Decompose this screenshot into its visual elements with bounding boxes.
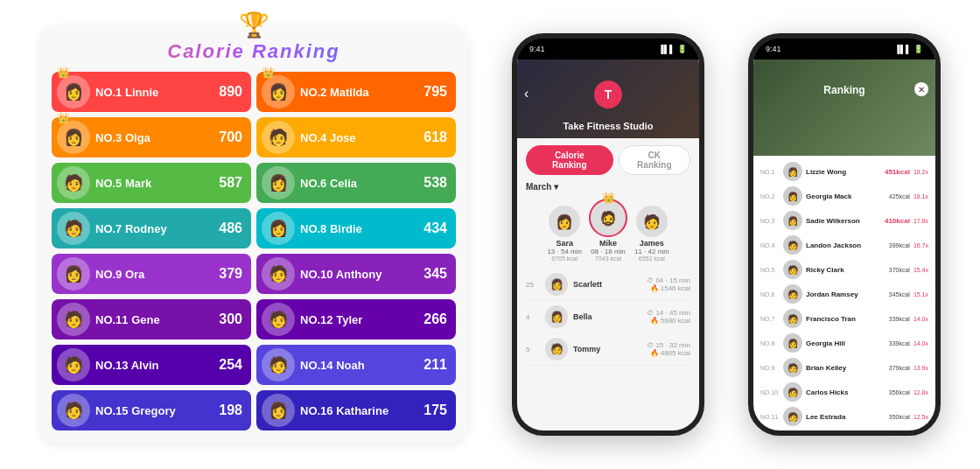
right-rank-num: NO.2: [760, 193, 780, 200]
podium-kcal: 6552 kcal: [639, 256, 665, 262]
rank-row: 👩NO.8 Birdie434: [256, 208, 456, 248]
podium-avatar: 👩: [549, 206, 580, 237]
rank-label: NO.6 Celia: [300, 177, 424, 190]
list-name: Scarlett: [573, 280, 647, 289]
rank-row-wrap-8: 👩NO.9 Ora379: [52, 254, 251, 294]
rank-row-wrap-9: 🧑NO.10 Anthony345: [256, 254, 456, 294]
rank-label: NO.7 Rodney: [95, 222, 219, 235]
rank-score: 379: [219, 266, 251, 282]
rank-label: NO.9 Ora: [95, 268, 219, 281]
list-name: Tommy: [573, 345, 647, 354]
rank-score: 538: [424, 175, 456, 191]
rank-row: 👩NO.3 Olga700: [52, 117, 251, 158]
right-name: Carlos Hicks: [806, 388, 886, 396]
ranking-label: Ranking: [753, 84, 935, 96]
right-name: Francisco Tran: [806, 315, 886, 323]
right-avatar: 👩: [783, 333, 802, 353]
rank-avatar: 👩: [262, 166, 295, 200]
right-name: Ricky Clark: [806, 266, 886, 274]
rank-avatar: 👩: [57, 121, 90, 154]
rank-row-wrap-6: 🧑NO.7 Rodney486: [52, 208, 251, 248]
back-icon[interactable]: ‹: [524, 86, 528, 102]
right-list-item: NO.12👩Lily Bell348kcal11.4x: [760, 429, 928, 436]
rank-avatar: 👩: [262, 394, 295, 427]
podium-person: 👩Sara13 · 54 min6705 kcal: [547, 206, 582, 262]
right-list-item: NO.7🧑Francisco Tran339kcal14.0x: [760, 306, 928, 331]
list-avatar: 👩: [545, 273, 568, 296]
right-rank-num: NO.11: [760, 414, 780, 420]
rank-label: NO.4 Jose: [300, 131, 424, 144]
right-multiplier: 14.0x: [914, 316, 928, 322]
rank-score: 211: [424, 357, 456, 373]
right-avatar: 🧑: [783, 382, 802, 402]
rank-label: NO.14 Noah: [300, 359, 424, 372]
right-multiplier: 15.4x: [914, 267, 928, 273]
right-kcal: 410kcal: [885, 217, 910, 225]
podium-name: Sara: [556, 239, 573, 248]
tab-ck-ranking[interactable]: CK Ranking: [619, 145, 690, 175]
list-item: 4👩Bella⏱ 14 · 45 min🔥 5980 kcal: [526, 301, 690, 333]
rank-avatar: 🧑: [262, 121, 295, 154]
right-list-item: NO.11🧑Lee Estrada350kcal12.5x: [760, 404, 928, 429]
rank-label: NO.8 Birdie: [300, 222, 424, 235]
right-rank-num: NO.4: [760, 242, 780, 248]
right-list-item: NO.4🧑Landon Jackson399kcal16.7x: [760, 233, 928, 257]
right-avatar: 🧑: [783, 284, 802, 304]
crown-icon: 👑: [57, 112, 70, 124]
right-list-item: NO.5🧑Ricky Clark370kcal15.4x: [760, 257, 928, 282]
crown-icon: 👑: [262, 66, 275, 79]
mid-list: 25👩Scarlett⏱ 04 · 15 min🔥 1546 kcal4👩Bel…: [517, 267, 699, 430]
rank-row-wrap-5: 👩NO.6 Celia538: [256, 163, 456, 203]
right-kcal: 339kcal: [889, 316, 910, 322]
right-multiplier: 12.8x: [914, 389, 928, 396]
right-name: Lee Estrada: [806, 413, 886, 421]
rank-score: 700: [219, 130, 251, 145]
list-name: Bella: [573, 312, 647, 321]
right-list-item: NO.3👩Sadie Wilkerson410kcal17.8x: [760, 208, 928, 233]
rank-row-wrap-7: 👩NO.8 Birdie434: [256, 208, 456, 248]
right-rank-num: NO.8: [760, 340, 780, 346]
right-rank-num: NO.6: [760, 291, 780, 298]
right-avatar: 👩: [783, 211, 802, 230]
podium-time: 13 · 54 min: [547, 248, 582, 256]
rank-score: 795: [424, 84, 456, 100]
rank-avatar: 🧑: [57, 348, 90, 382]
rank-row: 🧑NO.7 Rodney486: [52, 208, 251, 248]
rank-row: 👩NO.2 Matilda795: [256, 72, 456, 112]
right-kcal: 379kcal: [889, 365, 910, 371]
podium-kcal: 6705 kcal: [551, 256, 578, 262]
podium-kcal: 7543 kcal: [595, 256, 621, 262]
right-kcal: 345kcal: [889, 291, 910, 298]
close-icon[interactable]: ✕: [914, 82, 928, 96]
time-mid: 9:41: [529, 45, 545, 53]
rank-row-wrap-0: 👑👩NO.1 Linnie890: [52, 72, 251, 112]
right-avatar: 🧑: [783, 309, 802, 328]
rank-score: 890: [219, 84, 251, 100]
right-name: Brian Kelley: [806, 364, 886, 372]
right-rank-num: NO.3: [760, 218, 780, 224]
rank-score: 266: [424, 312, 456, 327]
list-item: 5🧑Tommy⏱ 15 · 32 min🔥 4865 kcal: [526, 333, 690, 366]
podium-name: Mike: [599, 239, 617, 248]
rank-avatar: 👩: [262, 212, 295, 245]
list-meta: ⏱ 14 · 45 min🔥 5980 kcal: [647, 309, 690, 325]
status-bar-mid: 9:41 ▐▌▌ 🔋: [517, 38, 699, 60]
right-kcal: 370kcal: [889, 267, 910, 273]
right-rank-num: NO.5: [760, 267, 780, 273]
tab-calorie-ranking[interactable]: Calorie Ranking: [526, 145, 613, 175]
right-list-item: NO.2👩Georgia Mack425kcal18.1x: [760, 184, 928, 208]
rank-label: NO.11 Gene: [95, 313, 219, 326]
right-avatar: 🧑: [783, 235, 802, 255]
right-name: Sadie Wilkerson: [806, 217, 881, 225]
rank-label: NO.10 Anthony: [300, 268, 424, 281]
rank-score: 618: [424, 130, 456, 145]
podium-person: 🧔👑Mike08 · 18 min7543 kcal: [589, 199, 627, 262]
rank-row-wrap-1: 👑👩NO.2 Matilda795: [256, 72, 456, 112]
right-multiplier: 14.0x: [914, 340, 928, 346]
right-list-item: NO.10🧑Carlos Hicks356kcal12.8x: [760, 380, 928, 404]
rank-avatar: 🧑: [57, 166, 90, 200]
right-rank-num: NO.9: [760, 365, 780, 371]
tabs-row: Calorie Ranking CK Ranking: [517, 138, 699, 178]
right-phone: 9:41 ▐▌▌ 🔋 Ranking ✕ NO.1👩Lizzie Wong451…: [748, 33, 941, 436]
right-avatar: 🧑: [783, 358, 802, 377]
